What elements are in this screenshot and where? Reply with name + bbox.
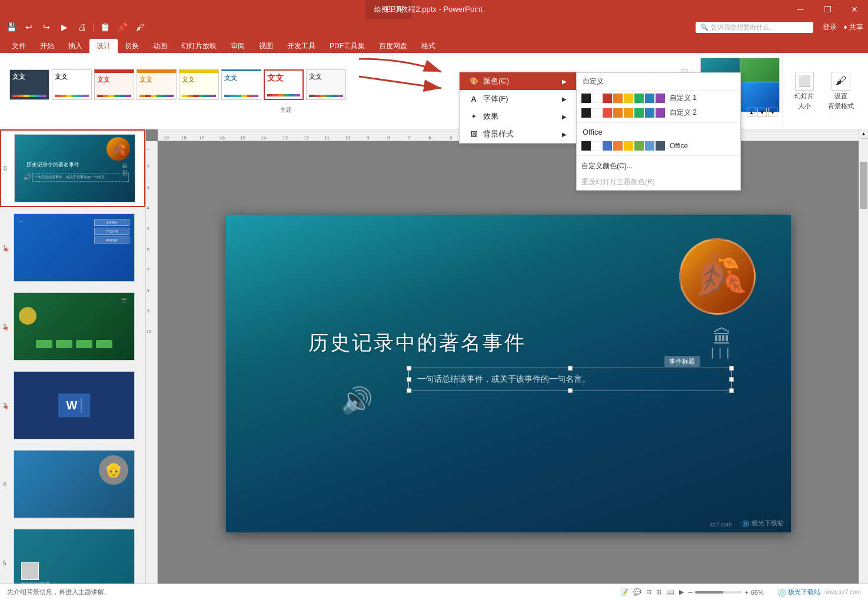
login-button[interactable]: 登录 [823,22,837,32]
theme-thumb-1[interactable]: 文文 [9,69,49,100]
slide-size-icon: ⬜ [795,72,814,91]
star-badge-1: ★ [3,245,9,254]
scroll-up-button[interactable]: ▲ [859,129,868,139]
theme-thumb-4[interactable]: 文文 [137,69,177,100]
minimize-button[interactable]: ─ [787,0,814,19]
custom1-swatches [581,94,665,103]
tab-review[interactable]: 审阅 [224,39,252,53]
effect-menu-icon: ✦ [469,112,478,121]
close-button[interactable]: ✕ [841,0,868,19]
redo-button[interactable]: ↪ [40,21,53,34]
view-slideshow-button[interactable]: ▶ [679,588,684,596]
menu-item-bg[interactable]: 🖼 背景样式 ▶ [460,125,576,143]
selection-box[interactable]: 一句话总结该事件，或关于该事件的一句名言。 [408,368,732,391]
star-badge-2: ★ [3,324,9,332]
status-text: 先介绍背景信息，再进入主题讲解。 [7,588,111,596]
copy-button[interactable]: 📋 [98,21,111,34]
custom-color-action[interactable]: 自定义颜色(C)... [577,158,740,174]
restore-button[interactable]: ❐ [814,0,841,19]
bg-submenu-arrow: ▶ [562,131,567,138]
tab-baidu[interactable]: 百度网盘 [372,39,414,53]
tab-view[interactable]: 视图 [252,39,280,53]
search-icon: 🔍 [700,24,709,31]
color-submenu-arrow: ▶ [562,78,567,85]
slide-thumb-4[interactable]: 👴 [14,450,135,518]
undo-button[interactable]: ↩ [22,21,35,34]
canvas-vertical-scrollbar[interactable]: ▲ ▼ [859,129,868,600]
custom1-label: 自定义 1 [670,93,697,103]
menu-item-font[interactable]: A 字体(F) ▶ [460,90,576,108]
sound-icon[interactable]: 🔊 [341,385,373,416]
comments-button[interactable]: 💬 [633,588,641,596]
main-area: 0 🍂 🏛||| 历史记录中的著名事件 一句话总结该事件，或关于该事件的一句名言… [0,129,868,600]
zoom-in-button[interactable]: + [744,589,748,596]
theme-thumb-8[interactable]: 文文 [306,69,346,100]
tab-slideshow[interactable]: 幻灯片放映 [174,39,224,53]
notes-button[interactable]: 📝 [620,588,628,596]
custom2-swatches [581,108,665,118]
scroll-thumb[interactable] [860,162,867,209]
theme-thumb-2[interactable]: 文文 [52,69,92,100]
slide-item-3[interactable]: 3 ★ W [0,367,145,444]
theme-thumb-5[interactable]: 文文 [179,69,219,100]
variants-scroll-up[interactable]: ▲ [747,108,756,117]
window-controls: ─ ❐ ✕ [787,0,868,19]
office-section-header: Office [577,125,740,139]
print-preview-button[interactable]: 🖨 [75,21,88,34]
theme-thumb-3[interactable]: 文文 [94,69,134,100]
menu-item-color[interactable]: 🎨 颜色(C) ▶ [460,72,576,90]
slide-thumb-0[interactable]: 🍂 🏛||| 历史记录中的著名事件 一句话总结该事件，或关于该事件的一句名言。 … [14,134,135,202]
presentation-button[interactable]: ▶ [58,21,71,34]
tab-transitions[interactable]: 切换 [118,39,146,53]
slide-thumb-2[interactable]: 📸 [14,292,135,361]
search-box[interactable]: 🔍 告诉我您想要做什么... [696,22,813,33]
tab-file[interactable]: 文件 [5,39,33,53]
tab-insert[interactable]: 插入 [61,39,89,53]
custom-section-header: 自定义 [577,73,740,91]
view-reading-button[interactable]: 📖 [666,588,674,596]
tab-home[interactable]: 开始 [33,39,61,53]
url-watermark: xz7.com [710,521,731,528]
menu-item-effect[interactable]: ✦ 效果 ▶ [460,108,576,125]
tab-pdf[interactable]: PDF工具集 [322,39,372,53]
tab-animations[interactable]: 动画 [146,39,174,53]
format-background-button[interactable]: 🖌 设置 背景格式 [823,69,859,113]
theme-thumb-6[interactable]: 文文 [221,69,261,100]
format-paint-button[interactable]: 🖌 [134,21,147,34]
share-button[interactable]: ♦ 共享 [844,22,863,32]
custom1-row[interactable]: 自定义 1 [577,91,740,105]
slide-thumb-1[interactable]: — 会司简介 产品介绍 事例内容 [14,214,135,282]
star-badge-3: ★ [3,403,9,411]
custom2-row[interactable]: 自定义 2 [577,105,740,120]
format-bg-icon: 🖌 [832,72,850,91]
tab-developer[interactable]: 开发工具 [280,39,322,53]
slide-item-4[interactable]: 4 👴 [0,446,145,522]
tab-design[interactable]: 设计 [89,39,118,53]
zoom-out-button[interactable]: ─ [689,589,693,596]
slide-subtitle[interactable]: 一句话总结该事件，或关于该事件的一句名言。 [409,368,731,391]
main-slide[interactable]: 🍂 🏛 ||| 历史记录中的著名事件 事件标题 一句话总结该事件，或关于该事件的… [226,215,791,532]
watermark: ◎ 极光下载站 [742,518,784,528]
slide-panel[interactable]: 0 🍂 🏛||| 历史记录中的著名事件 一句话总结该事件，或关于该事件的一句名言… [0,129,146,600]
view-normal-button[interactable]: ⊟ [646,588,651,596]
office-row[interactable]: Office [577,139,740,153]
slide-size-button[interactable]: ⬜ 幻灯片 大小 [790,69,819,113]
paste-button[interactable]: 📌 [116,21,129,34]
format-bg-label: 设置 [834,92,847,101]
event-tag: 事件标题 [664,356,700,367]
login-area: 登录 ♦ 共享 [823,22,863,32]
window-title: PPT教程2.pptx - PowerPoint [385,4,483,15]
toolbar-separator [93,22,94,32]
view-slide-sorter-button[interactable]: ⊞ [656,588,661,596]
slide-thumb-3[interactable]: W [14,371,135,439]
slide-main-title[interactable]: 历史记录中的著名事件 [308,329,526,356]
save-button[interactable]: 💾 [5,21,18,34]
variants-dropdown[interactable]: ▾ [768,108,777,117]
office-label: Office [670,142,688,150]
tab-format[interactable]: 格式 [414,39,443,53]
variants-scroll-down[interactable]: ▼ [757,108,767,117]
slide-item-1[interactable]: 1 ★ — 会司简介 产品介绍 事例内容 [0,209,145,286]
slide-item-2[interactable]: 2 ★ 📸 [0,288,145,365]
theme-thumb-7[interactable]: 文文 [264,69,304,100]
slide-item-0[interactable]: 0 🍂 🏛||| 历史记录中的著名事件 一句话总结该事件，或关于该事件的一句名言… [0,129,145,207]
